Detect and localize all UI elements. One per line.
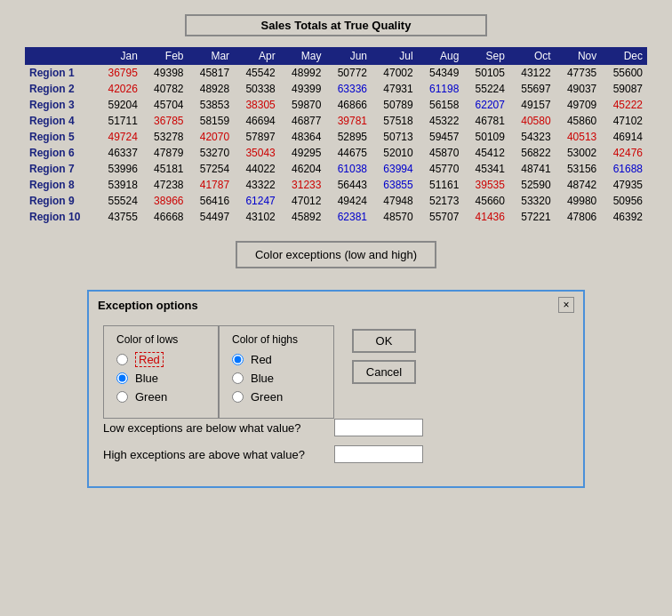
value-cell: 40580 xyxy=(509,113,556,129)
value-cell: 48741 xyxy=(509,161,556,177)
col-jul: Jul xyxy=(372,47,418,65)
highs-green-row[interactable]: Green xyxy=(232,390,321,404)
region-cell: Region 9 xyxy=(25,193,96,209)
highs-red-row[interactable]: Red xyxy=(232,353,321,366)
col-oct: Oct xyxy=(509,47,556,65)
col-mar: Mar xyxy=(188,47,234,65)
lows-green-label: Green xyxy=(135,390,167,404)
value-cell: 55600 xyxy=(601,65,647,81)
value-cell: 49295 xyxy=(280,145,326,161)
value-cell: 45860 xyxy=(556,113,602,129)
value-cell: 53918 xyxy=(96,177,142,193)
value-cell: 45322 xyxy=(418,113,464,129)
cancel-button[interactable]: Cancel xyxy=(352,360,416,384)
value-cell: 57221 xyxy=(509,209,556,225)
value-cell: 42070 xyxy=(188,129,234,145)
value-cell: 47002 xyxy=(372,65,418,81)
value-cell: 56416 xyxy=(188,193,234,209)
dialog-title: Exception options xyxy=(98,299,198,312)
value-cell: 53002 xyxy=(556,145,602,161)
value-cell: 54323 xyxy=(509,129,556,145)
highs-blue-radio[interactable] xyxy=(232,372,244,384)
ok-button[interactable]: OK xyxy=(352,329,416,353)
lows-blue-label: Blue xyxy=(135,372,158,385)
value-cell: 48992 xyxy=(280,65,326,81)
value-cell: 40782 xyxy=(142,81,188,97)
value-cell: 52173 xyxy=(418,193,464,209)
exception-options-dialog: Exception options × Color of lows Red Bl… xyxy=(87,290,585,488)
value-cell: 63855 xyxy=(372,177,418,193)
lows-red-label: Red xyxy=(135,353,164,366)
value-cell: 53320 xyxy=(509,193,556,209)
value-cell: 63336 xyxy=(325,81,372,97)
value-cell: 57897 xyxy=(234,129,280,145)
table-row: Region 646337478795327035043492954467552… xyxy=(25,145,647,161)
value-cell: 56443 xyxy=(325,177,372,193)
dialog-titlebar: Exception options × xyxy=(89,292,583,316)
low-exception-label: Low exceptions are below what value? xyxy=(103,421,334,435)
value-cell: 51711 xyxy=(96,113,142,129)
value-cell: 42026 xyxy=(96,81,142,97)
value-cell: 38305 xyxy=(234,97,280,113)
value-cell: 43755 xyxy=(96,209,142,225)
table-row: Region 104375546668544974310245892623814… xyxy=(25,209,647,225)
value-cell: 45542 xyxy=(234,65,280,81)
lows-green-radio[interactable] xyxy=(116,391,128,403)
value-cell: 50956 xyxy=(601,193,647,209)
low-exception-input[interactable] xyxy=(334,419,423,436)
dialog-close-button[interactable]: × xyxy=(558,297,574,313)
value-cell: 46877 xyxy=(280,113,326,129)
region-cell: Region 10 xyxy=(25,209,96,225)
sales-table: Jan Feb Mar Apr May Jun Jul Aug Sep Oct … xyxy=(25,47,647,225)
value-cell: 46668 xyxy=(142,209,188,225)
value-cell: 35043 xyxy=(234,145,280,161)
highs-blue-row[interactable]: Blue xyxy=(232,372,321,385)
value-cell: 52010 xyxy=(372,145,418,161)
value-cell: 45892 xyxy=(280,209,326,225)
region-cell: Region 1 xyxy=(25,65,96,81)
highs-green-radio[interactable] xyxy=(232,391,244,403)
highs-green-label: Green xyxy=(251,390,283,404)
value-cell: 59870 xyxy=(280,97,326,113)
value-cell: 45181 xyxy=(142,161,188,177)
value-cell: 54349 xyxy=(418,65,464,81)
value-cell: 46694 xyxy=(234,113,280,129)
lows-blue-radio[interactable] xyxy=(116,372,128,384)
lows-red-radio[interactable] xyxy=(116,354,128,365)
color-exceptions-button[interactable]: Color exceptions (low and high) xyxy=(236,241,436,268)
value-cell: 45412 xyxy=(463,145,509,161)
high-exception-input[interactable] xyxy=(334,445,423,463)
data-table-container: Jan Feb Mar Apr May Jun Jul Aug Sep Oct … xyxy=(25,47,647,225)
value-cell: 47948 xyxy=(372,193,418,209)
value-cell: 47735 xyxy=(556,65,602,81)
value-cell: 46337 xyxy=(96,145,142,161)
col-jun: Jun xyxy=(325,47,372,65)
table-row: Region 853918472384178743322312335644363… xyxy=(25,177,647,193)
value-cell: 53278 xyxy=(142,129,188,145)
color-of-highs-group: Color of highs Red Blue Green xyxy=(219,325,334,419)
value-cell: 53270 xyxy=(188,145,234,161)
lows-blue-row[interactable]: Blue xyxy=(116,372,205,385)
value-cell: 36785 xyxy=(142,113,188,129)
value-cell: 45660 xyxy=(463,193,509,209)
value-cell: 48928 xyxy=(188,81,234,97)
col-apr: Apr xyxy=(234,47,280,65)
value-cell: 45870 xyxy=(418,145,464,161)
value-cell: 61688 xyxy=(601,161,647,177)
lows-red-row[interactable]: Red xyxy=(116,353,205,366)
value-cell: 48570 xyxy=(372,209,418,225)
value-cell: 46781 xyxy=(463,113,509,129)
value-cell: 48364 xyxy=(280,129,326,145)
value-cell: 55224 xyxy=(463,81,509,97)
table-row: Region 753996451815725444022462046103863… xyxy=(25,161,647,177)
highs-red-radio[interactable] xyxy=(232,354,244,365)
col-region xyxy=(25,47,96,65)
value-cell: 47238 xyxy=(142,177,188,193)
value-cell: 59457 xyxy=(418,129,464,145)
value-cell: 45770 xyxy=(418,161,464,177)
col-may: May xyxy=(280,47,326,65)
lows-green-row[interactable]: Green xyxy=(116,390,205,404)
value-cell: 46392 xyxy=(601,209,647,225)
value-cell: 53156 xyxy=(556,161,602,177)
value-cell: 47806 xyxy=(556,209,602,225)
